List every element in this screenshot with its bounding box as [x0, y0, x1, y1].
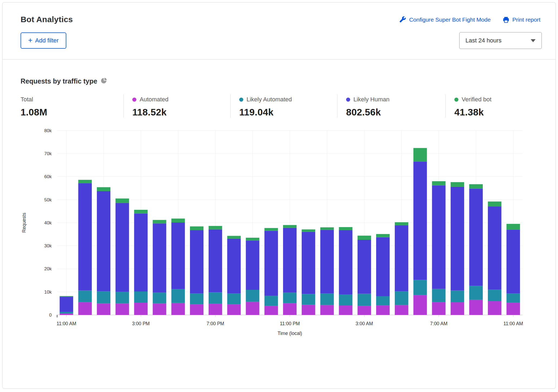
bar-segment[interactable] [116, 292, 129, 304]
bar-segment[interactable] [246, 240, 259, 290]
bar-segment[interactable] [97, 187, 110, 191]
bar-segment[interactable] [507, 303, 520, 315]
bar-segment[interactable] [432, 302, 445, 315]
bar-segment[interactable] [78, 291, 92, 302]
requests-by-traffic-type-chart[interactable]: 010k20k30k40k50k60k70k80k11:00 AM3:00 PM… [17, 127, 536, 341]
configure-super-bot-fight-mode-link[interactable]: Configure Super Bot Fight Mode [399, 16, 491, 23]
bar-segment[interactable] [283, 228, 297, 293]
add-filter-button[interactable]: + Add filter [21, 32, 66, 49]
bar-segment[interactable] [283, 225, 297, 228]
bar-segment[interactable] [153, 293, 166, 303]
bar-segment[interactable] [469, 184, 483, 188]
bar-segment[interactable] [171, 218, 185, 222]
bar-segment[interactable] [171, 303, 185, 315]
bar-segment[interactable] [507, 294, 520, 303]
bar-segment[interactable] [451, 182, 464, 187]
bar-segment[interactable] [116, 203, 129, 292]
bar-segment[interactable] [264, 231, 278, 296]
bar-segment[interactable] [246, 238, 259, 240]
bar-segment[interactable] [432, 181, 445, 185]
bar-segment[interactable] [413, 148, 427, 161]
bar-segment[interactable] [488, 201, 501, 206]
bar-segment[interactable] [60, 314, 73, 315]
bar-segment[interactable] [320, 305, 334, 315]
bar-segment[interactable] [246, 290, 259, 302]
bar-segment[interactable] [320, 230, 334, 293]
bar-segment[interactable] [469, 189, 483, 286]
bar-segment[interactable] [190, 230, 203, 294]
bar-segment[interactable] [97, 303, 110, 315]
bar-segment[interactable] [376, 237, 390, 296]
bar-segment[interactable] [116, 303, 129, 315]
bar-segment[interactable] [320, 294, 334, 305]
bar-segment[interactable] [227, 304, 241, 315]
bar-segment[interactable] [376, 296, 390, 305]
bar-segment[interactable] [302, 230, 315, 232]
bar-segment[interactable] [469, 300, 483, 315]
bar-segment[interactable] [264, 296, 278, 306]
bar-segment[interactable] [357, 236, 371, 240]
bar-segment[interactable] [97, 191, 110, 291]
bar-segment[interactable] [190, 226, 203, 230]
bar-segment[interactable] [488, 206, 501, 290]
print-report-link[interactable]: Print report [503, 16, 540, 23]
bar-segment[interactable] [78, 180, 92, 183]
bar-segment[interactable] [264, 306, 278, 315]
bar-segment[interactable] [227, 294, 241, 304]
bar-segment[interactable] [264, 228, 278, 231]
bar-segment[interactable] [227, 236, 241, 238]
bar-segment[interactable] [190, 294, 203, 304]
bar-segment[interactable] [357, 240, 371, 294]
bar-segment[interactable] [190, 304, 203, 315]
bar-segment[interactable] [97, 291, 110, 303]
bar-segment[interactable] [339, 294, 352, 305]
bar-segment[interactable] [339, 305, 352, 315]
bar-segment[interactable] [153, 303, 166, 315]
bar-segment[interactable] [451, 291, 464, 303]
bar-segment[interactable] [376, 305, 390, 315]
bar-segment[interactable] [357, 294, 371, 306]
bar-segment[interactable] [432, 289, 445, 302]
bar-segment[interactable] [507, 224, 520, 230]
bar-segment[interactable] [488, 301, 501, 315]
bar-segment[interactable] [209, 292, 222, 304]
bar-segment[interactable] [395, 305, 408, 315]
bar-segment[interactable] [60, 296, 73, 297]
bar-segment[interactable] [469, 286, 483, 300]
bar-segment[interactable] [78, 183, 92, 291]
bar-segment[interactable] [451, 302, 464, 315]
bar-segment[interactable] [134, 303, 148, 315]
bar-segment[interactable] [507, 230, 520, 293]
bar-segment[interactable] [451, 187, 464, 291]
bar-segment[interactable] [395, 291, 408, 305]
bar-segment[interactable] [60, 297, 73, 312]
bar-segment[interactable] [134, 214, 148, 291]
bar-segment[interactable] [116, 198, 129, 203]
bar-segment[interactable] [302, 294, 315, 305]
bar-segment[interactable] [432, 185, 445, 289]
bar-segment[interactable] [357, 306, 371, 315]
bar-segment[interactable] [320, 227, 334, 230]
bar-segment[interactable] [134, 210, 148, 214]
bar-segment[interactable] [413, 280, 427, 295]
bar-segment[interactable] [209, 230, 222, 293]
bar-segment[interactable] [171, 289, 185, 303]
bar-segment[interactable] [395, 225, 408, 291]
bar-segment[interactable] [376, 234, 390, 237]
bar-segment[interactable] [153, 220, 166, 224]
bar-segment[interactable] [339, 230, 352, 294]
bar-segment[interactable] [283, 293, 297, 303]
time-range-select[interactable]: Last 24 hours [459, 32, 542, 49]
bar-segment[interactable] [302, 232, 315, 294]
bar-segment[interactable] [60, 312, 73, 314]
bar-segment[interactable] [171, 222, 185, 289]
bar-segment[interactable] [209, 304, 222, 315]
bar-segment[interactable] [283, 303, 297, 315]
bar-segment[interactable] [413, 162, 427, 280]
bar-segment[interactable] [339, 227, 352, 230]
bar-segment[interactable] [153, 223, 166, 293]
bar-segment[interactable] [395, 222, 408, 225]
bar-segment[interactable] [78, 302, 92, 315]
bar-segment[interactable] [209, 226, 222, 230]
bar-segment[interactable] [227, 239, 241, 294]
